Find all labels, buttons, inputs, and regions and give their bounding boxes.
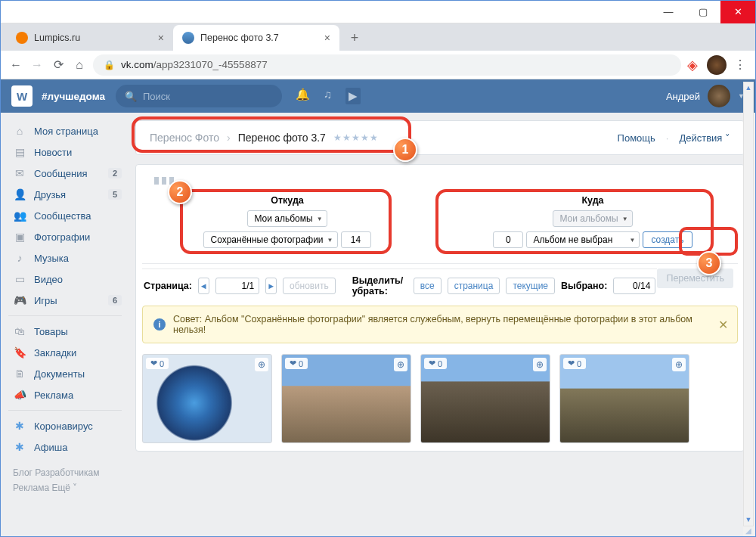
to-scope-select[interactable]: Мои альбомы xyxy=(553,210,632,227)
like-count[interactable]: ❤ 0 xyxy=(285,358,308,369)
from-album-select[interactable]: Сохранённые фотографии xyxy=(203,231,337,248)
sidebar-item[interactable]: 👥Сообщества xyxy=(8,205,129,226)
sidebar-item[interactable]: 🛍Товары xyxy=(8,321,129,342)
sidebar-item[interactable]: ✱Афиша xyxy=(8,436,129,458)
vk-user-menu[interactable]: Андрей ▼ xyxy=(666,85,745,107)
sidebar-label: Моя страница xyxy=(34,126,98,137)
sidebar-item[interactable]: 📣Реклама xyxy=(8,384,129,405)
zoom-icon[interactable]: ⊕ xyxy=(394,358,407,371)
extension-icon[interactable]: ◈ xyxy=(687,57,701,73)
select-all-button[interactable]: все xyxy=(414,278,442,294)
like-count[interactable]: ❤ 0 xyxy=(563,358,586,369)
footer-line[interactable]: Блог Разработчикам xyxy=(13,465,125,480)
rating-stars[interactable]: ★★★★★ xyxy=(333,132,379,143)
nav-forward-button[interactable]: → xyxy=(29,58,45,72)
window-minimize-button[interactable]: — xyxy=(651,1,686,23)
breadcrumb-card: Перенос Фото › Перенос фото 3.7 ★★★★★ По… xyxy=(135,120,745,155)
photo-thumb[interactable]: ❤ 0 ⊕ xyxy=(420,354,550,443)
like-count[interactable]: ❤ 0 xyxy=(146,358,169,369)
sidebar-item[interactable]: 🎮Игры6 xyxy=(8,290,129,311)
window-maximize-button[interactable]: ▢ xyxy=(686,1,720,23)
breadcrumb-root[interactable]: Перенос Фото xyxy=(150,132,219,144)
help-link[interactable]: Помощь xyxy=(618,132,655,144)
to-column: Куда Мои альбомы 0 Альбом не выбран созд… xyxy=(455,195,730,248)
browser-menu-button[interactable]: ⋮ xyxy=(733,57,748,72)
browser-tab[interactable]: Lumpics.ru × xyxy=(7,25,173,51)
vk-hashtag[interactable]: #лучшедома xyxy=(42,91,105,102)
play-icon[interactable]: ▶ xyxy=(345,88,361,104)
sidebar-label: Сообщества xyxy=(34,210,91,222)
photos-icon: ▣ xyxy=(13,231,26,243)
vk-username: Андрей xyxy=(666,91,700,102)
to-album-select[interactable]: Альбом не выбран xyxy=(526,231,640,248)
move-button[interactable]: Переместить xyxy=(657,268,733,288)
address-bar[interactable]: 🔒 vk.com/app3231070_-45558877 xyxy=(93,54,681,76)
actions-menu[interactable]: Действия ˅ xyxy=(679,132,730,144)
sidebar-item[interactable]: ⌂Моя страница xyxy=(8,120,129,141)
sidebar-item[interactable]: ▭Видео xyxy=(8,268,129,290)
footer-line[interactable]: Реклама Ещё ˅ xyxy=(13,480,125,495)
zoom-icon[interactable]: ⊕ xyxy=(672,358,686,371)
messages-icon: ✉ xyxy=(13,167,26,179)
close-icon[interactable]: ✕ xyxy=(718,318,728,332)
tab-favicon xyxy=(182,32,194,44)
lock-icon: 🔒 xyxy=(104,60,115,70)
bookmark-icon: 🔖 xyxy=(13,346,26,359)
sidebar-label: Новости xyxy=(34,147,72,158)
browser-profile-avatar[interactable] xyxy=(707,55,727,75)
search-icon: 🔍 xyxy=(125,91,137,102)
photo-thumb[interactable]: ❤ 0 ⊕ xyxy=(559,354,689,443)
nav-home-button[interactable]: ⌂ xyxy=(72,58,87,72)
tab-close-icon[interactable]: × xyxy=(152,32,164,44)
new-tab-button[interactable]: + xyxy=(344,30,365,51)
tip-banner: i Совет: Альбом "Сохранённые фотографии"… xyxy=(142,306,738,343)
browser-toolbar: ← → ⟳ ⌂ 🔒 vk.com/app3231070_-45558877 ◈ … xyxy=(1,51,755,79)
sidebar-item[interactable]: ✉Сообщения2 xyxy=(8,163,129,184)
vk-search-input[interactable]: 🔍 Поиск xyxy=(116,85,282,107)
pager-prev-button[interactable]: ◄ xyxy=(198,278,209,294)
nav-reload-button[interactable]: ⟳ xyxy=(51,57,66,72)
like-count[interactable]: ❤ 0 xyxy=(424,358,447,369)
sidebar-item[interactable]: 👤Друзья5 xyxy=(8,184,129,205)
sidebar-label: Сообщения xyxy=(34,168,88,179)
pager-next-button[interactable]: ► xyxy=(265,278,277,294)
search-placeholder: Поиск xyxy=(143,91,170,102)
scroll-up-icon[interactable]: ▲ xyxy=(744,82,753,93)
browser-tabs-bar: Lumpics.ru × Перенос фото 3.7 × + xyxy=(1,23,755,51)
zoom-icon[interactable]: ⊕ xyxy=(533,358,547,371)
nav-back-button[interactable]: ← xyxy=(8,58,23,72)
notifications-icon[interactable]: 🔔 xyxy=(296,88,310,104)
sidebar-item[interactable]: 🔖Закладки xyxy=(8,342,129,363)
app-content: Перенос Фото › Перенос фото 3.7 ★★★★★ По… xyxy=(129,79,755,536)
from-scope-select[interactable]: Мои альбомы xyxy=(247,210,327,227)
music-icon[interactable]: ♫ xyxy=(324,88,332,104)
resize-grip-icon[interactable]: ◢ xyxy=(743,526,754,535)
sidebar-item[interactable]: ♪Музыка xyxy=(8,247,129,268)
sidebar-label: Закладки xyxy=(34,347,76,359)
audio-icon: ♪ xyxy=(13,252,26,264)
sidebar-label: Документы xyxy=(34,368,85,380)
sidebar-item[interactable]: ▤Новости xyxy=(8,141,129,163)
window-scrollbar[interactable]: ▲ ▼ xyxy=(743,82,754,526)
window-close-button[interactable]: ✕ xyxy=(720,1,755,23)
scroll-down-icon[interactable]: ▼ xyxy=(744,514,753,525)
tab-close-icon[interactable]: × xyxy=(318,32,330,44)
zoom-icon[interactable]: ⊕ xyxy=(255,358,268,371)
browser-tab[interactable]: Перенос фото 3.7 × xyxy=(173,25,339,51)
sidebar-item[interactable]: ✱Коронавирус xyxy=(8,415,129,436)
vk-logo[interactable]: W xyxy=(11,85,33,107)
photo-thumb[interactable]: ❤ 0 ⊕ xyxy=(142,354,272,443)
photo-thumb[interactable]: ❤ 0 ⊕ xyxy=(281,354,411,443)
pager-row: Страница: ◄ 1/1 ► обновить Выделить/убра… xyxy=(142,268,657,303)
create-button[interactable]: создать xyxy=(643,231,692,248)
annotation-callout: 2 xyxy=(168,180,192,204)
select-current-button[interactable]: текущие xyxy=(506,278,555,294)
select-page-button[interactable]: страница xyxy=(448,278,500,294)
sidebar-label: Игры xyxy=(34,295,57,306)
refresh-button[interactable]: обновить xyxy=(283,278,336,294)
pager-value[interactable]: 1/1 xyxy=(215,278,260,294)
sidebar-item[interactable]: 🗎Документы xyxy=(8,363,129,384)
sidebar-item[interactable]: ▣Фотографии xyxy=(8,226,129,247)
breadcrumb-current: Перенос фото 3.7 xyxy=(238,132,326,144)
separator xyxy=(8,315,122,316)
